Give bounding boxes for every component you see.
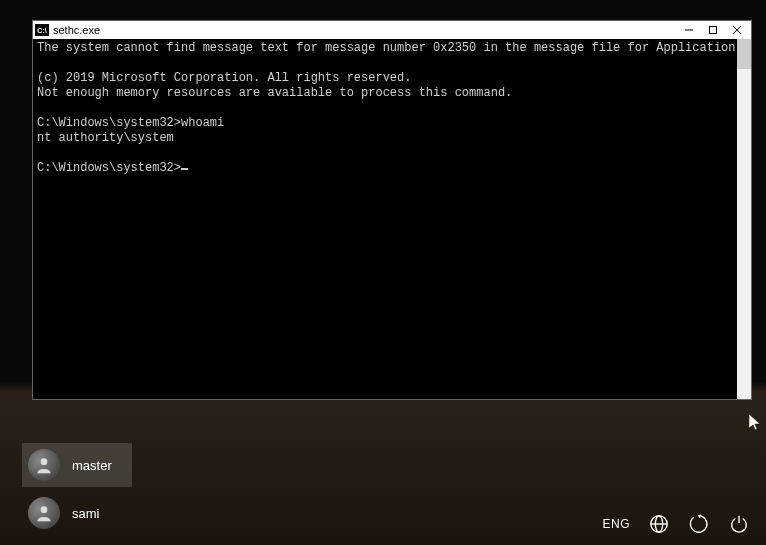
title-bar[interactable]: C:\ sethc.exe [33,21,751,39]
svg-rect-1 [710,27,717,34]
bottom-right-controls: ENG [602,513,750,535]
terminal-line: The system cannot find message text for … [37,41,743,55]
terminal-line: nt authority\system [37,131,174,145]
user-name-label: sami [72,506,99,521]
svg-point-5 [41,506,48,513]
scrollbar[interactable] [737,39,751,399]
user-name-label: master [72,458,112,473]
svg-point-4 [41,458,48,465]
close-button[interactable] [725,22,749,38]
user-account-master[interactable]: master [22,443,132,487]
ease-of-access-icon[interactable] [688,513,710,535]
terminal-output[interactable]: The system cannot find message text for … [33,39,751,399]
window-title: sethc.exe [53,24,677,36]
user-account-sami[interactable]: sami [22,491,132,535]
language-indicator[interactable]: ENG [602,517,630,531]
terminal-cursor [181,168,188,170]
avatar-icon [28,497,60,529]
terminal-line: Not enough memory resources are availabl… [37,86,512,100]
scroll-thumb[interactable] [737,39,751,69]
window-controls [677,22,749,38]
terminal-command: whoami [181,116,224,130]
terminal-prompt: C:\Windows\system32> [37,116,181,130]
terminal-line: (c) 2019 Microsoft Corporation. All righ… [37,71,411,85]
terminal-prompt: C:\Windows\system32> [37,161,181,175]
avatar-icon [28,449,60,481]
user-account-list: master sami [22,443,132,535]
network-icon[interactable] [648,513,670,535]
power-icon[interactable] [728,513,750,535]
cmd-icon: C:\ [35,24,49,36]
minimize-button[interactable] [677,22,701,38]
maximize-button[interactable] [701,22,725,38]
command-prompt-window: C:\ sethc.exe The system cannot find mes… [32,20,752,400]
